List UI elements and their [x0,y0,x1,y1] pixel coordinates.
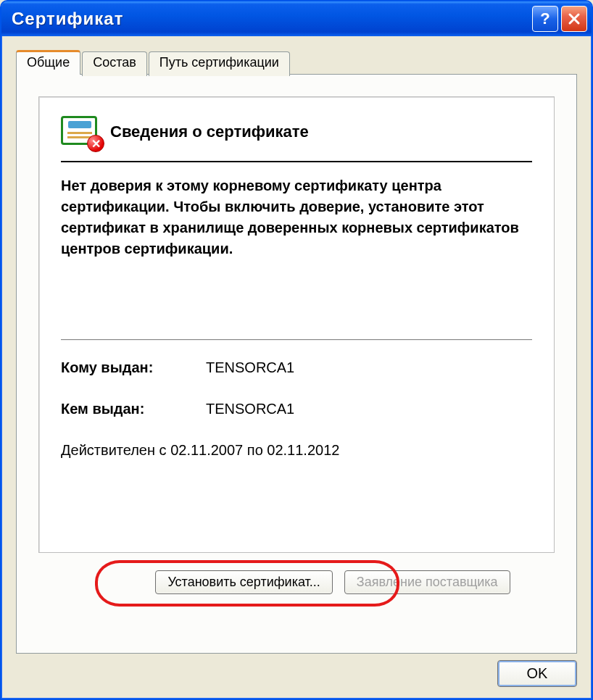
ok-button[interactable]: OK [497,660,577,687]
tab-composition-label: Состав [93,55,136,70]
window-title: Сертификат [12,9,532,29]
error-badge-icon: ✕ [87,135,104,152]
certificate-error-icon: ✕ [61,116,100,148]
tab-composition[interactable]: Состав [82,51,147,76]
action-button-row: Установить сертификат... Заявление поста… [38,570,555,594]
issued-by-label: Кем выдан: [61,401,206,417]
certificate-heading: Сведения о сертификате [110,122,309,141]
tabstrip: Общие Состав Путь сертификации [16,49,577,74]
help-button[interactable]: ? [532,6,558,32]
certificate-info-card: ✕ Сведения о сертификате Нет доверия к э… [38,96,555,553]
dialog-ok-row: OK [497,660,577,687]
divider-top [61,161,532,162]
certificate-dialog: Сертификат ? Общие Состав Путь сертифика… [0,0,593,700]
issued-to-row: Кому выдан: TENSORCA1 [61,359,532,376]
tab-cert-path-label: Путь сертификации [159,55,279,70]
client-area: Общие Состав Путь сертификации ✕ Сведени… [3,36,590,697]
issuer-statement-label: Заявление поставщика [357,575,498,589]
certificate-header: ✕ Сведения о сертификате [61,116,532,148]
install-certificate-button[interactable]: Установить сертификат... [155,570,332,594]
issuer-statement-button: Заявление поставщика [344,570,510,594]
tab-panel-general: ✕ Сведения о сертификате Нет доверия к э… [16,74,577,654]
help-icon: ? [540,9,550,28]
issued-to-value: TENSORCA1 [206,359,294,376]
issued-by-value: TENSORCA1 [206,401,294,417]
tab-cert-path[interactable]: Путь сертификации [149,51,290,76]
titlebar-buttons: ? [532,6,587,32]
close-icon [567,12,581,26]
divider-middle [61,339,532,341]
issued-to-label: Кому выдан: [61,359,206,376]
tab-general-label: Общие [27,55,70,70]
tab-general[interactable]: Общие [16,50,80,75]
validity-text: Действителен с 02.11.2007 по 02.11.2012 [61,442,532,459]
titlebar[interactable]: Сертификат ? [1,1,592,36]
issued-by-row: Кем выдан: TENSORCA1 [61,401,532,417]
install-button-label: Установить сертификат... [167,575,320,589]
ok-button-label: OK [527,665,548,681]
certificate-description: Нет доверия к этому корневому сертификат… [61,175,532,259]
close-button[interactable] [561,6,587,32]
